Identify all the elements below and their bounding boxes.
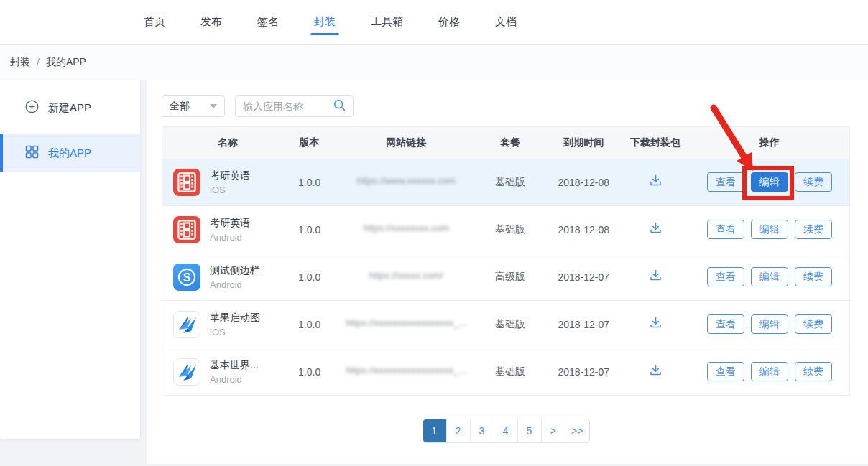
app-version: 1.0.0 — [281, 224, 338, 236]
sidebar-item-new-app[interactable]: 新建APP — [0, 89, 140, 126]
nav-tab-docs[interactable]: 文档 — [495, 0, 517, 44]
download-cell — [622, 316, 690, 332]
nav-tab-label: 首页 — [144, 15, 165, 29]
action-buttons: 查看编辑续费 — [689, 220, 849, 239]
search-icon[interactable] — [333, 99, 346, 114]
filter-dropdown[interactable]: 全部 — [162, 95, 225, 117]
search-box[interactable] — [235, 95, 354, 117]
nav-tab-publish[interactable]: 发布 — [200, 0, 222, 44]
app-platform: Android — [210, 279, 260, 290]
app-platform: Android — [210, 374, 259, 385]
page-button-3[interactable]: 3 — [471, 419, 494, 442]
app-name-cell: 基本世界...Android — [162, 358, 281, 386]
download-icon[interactable] — [649, 363, 662, 377]
table-row: S测试侧边栏Android1.0.0https://xxxxx.com/高级版2… — [162, 253, 849, 301]
expiry-date: 2018-12-07 — [546, 366, 622, 378]
film-icon-red — [173, 216, 200, 243]
actions-cell: 查看编辑续费 — [689, 172, 849, 192]
breadcrumb-item[interactable]: 封装 — [10, 56, 30, 69]
view-button[interactable]: 查看 — [707, 220, 744, 239]
actions-cell: 查看编辑续费 — [689, 314, 849, 334]
download-icon[interactable] — [649, 174, 662, 187]
view-button[interactable]: 查看 — [707, 267, 744, 286]
breadcrumb: 封装/我的APP — [0, 45, 868, 80]
column-header-label: 名称 — [218, 136, 238, 149]
edit-button[interactable]: 编辑 — [751, 314, 788, 334]
download-icon[interactable] — [649, 269, 662, 282]
expiry-date: 2018-12-07 — [546, 271, 622, 283]
app-name-cell: 考研英语iOS — [162, 169, 281, 196]
view-button[interactable]: 查看 — [707, 172, 744, 192]
renew-button[interactable]: 续费 — [795, 362, 832, 381]
page-button-5[interactable]: 5 — [518, 419, 542, 442]
origami-bird-icon — [173, 311, 200, 338]
view-button[interactable]: 查看 — [707, 362, 744, 381]
action-buttons: 查看编辑续费 — [689, 172, 849, 192]
nav-tab-label: 签名 — [257, 15, 279, 29]
page-button-4[interactable]: 4 — [494, 419, 518, 442]
app-plan: 基础版 — [474, 318, 546, 331]
sidebar-item-label: 新建APP — [48, 101, 91, 115]
column-header-actions: 操作 — [689, 136, 849, 149]
page-button-1[interactable]: 1 — [423, 419, 447, 442]
table-row: 考研英语Android1.0.0https://xxxxxxxx.com基础版2… — [162, 206, 849, 253]
expiry-date: 2018-12-07 — [546, 319, 622, 330]
nav-tab-label: 文档 — [495, 15, 517, 29]
renew-button[interactable]: 续费 — [795, 267, 832, 286]
view-button[interactable]: 查看 — [707, 314, 744, 334]
nav-tab-label: 封装 — [314, 15, 336, 29]
app-platform: Android — [210, 232, 250, 243]
download-cell — [622, 221, 690, 238]
edit-button[interactable]: 编辑 — [751, 220, 788, 239]
app-plan: 基础版 — [474, 176, 546, 189]
nav-tab-package[interactable]: 封装 — [314, 0, 336, 44]
search-input[interactable] — [243, 101, 329, 112]
nav-tab-home[interactable]: 首页 — [144, 0, 165, 44]
edit-button[interactable]: 编辑 — [751, 172, 788, 192]
page-button-2[interactable]: 2 — [447, 419, 471, 442]
column-header-label: 版本 — [300, 136, 320, 148]
sidebar-item-my-app[interactable]: 我的APP — [0, 134, 140, 172]
app-url-cell: https://www.xxxxxx.com — [338, 175, 475, 189]
app-plan: 基础版 — [474, 365, 546, 378]
nav-tab-label: 工具箱 — [371, 15, 403, 29]
action-buttons: 查看编辑续费 — [689, 314, 849, 334]
app-platform: iOS — [210, 185, 250, 195]
column-header-url: 网站链接 — [338, 136, 475, 149]
next-page-button[interactable]: > — [542, 419, 565, 442]
last-page-button[interactable]: >> — [565, 419, 589, 442]
filter-row: 全部 — [162, 95, 354, 117]
app-version: 1.0.0 — [281, 319, 338, 330]
action-buttons: 查看编辑续费 — [689, 362, 849, 381]
app-name: 测试侧边栏 — [210, 264, 260, 277]
app-name-cell: 苹果启动图iOS — [162, 311, 281, 338]
svg-text:S: S — [183, 271, 191, 283]
table-row: 苹果启动图iOS1.0.0https://xxxxxxxxxxxxxxxxx_.… — [162, 301, 849, 348]
edit-button[interactable]: 编辑 — [751, 362, 788, 381]
caret-down-icon — [210, 104, 217, 108]
nav-tab-toolbox[interactable]: 工具箱 — [371, 0, 403, 44]
app-name: 考研英语 — [210, 169, 250, 182]
renew-button[interactable]: 续费 — [795, 172, 832, 192]
nav-tab-signature[interactable]: 签名 — [257, 0, 279, 44]
column-header-label: 套餐 — [500, 136, 520, 148]
origami-bird-icon — [173, 358, 200, 386]
grid-icon — [25, 145, 39, 161]
app-version: 1.0.0 — [281, 271, 338, 283]
app-platform: iOS — [210, 327, 260, 337]
action-buttons: 查看编辑续费 — [689, 267, 849, 286]
column-header-label: 操作 — [760, 136, 780, 148]
breadcrumb-separator: / — [37, 57, 40, 68]
nav-tab-pricing[interactable]: 价格 — [438, 0, 460, 44]
renew-button[interactable]: 续费 — [795, 220, 832, 239]
download-icon[interactable] — [649, 316, 662, 330]
breadcrumb-item: 我的APP — [46, 56, 86, 69]
edit-button[interactable]: 编辑 — [751, 267, 788, 286]
download-cell — [622, 269, 690, 285]
column-header-expiry: 到期时间 — [546, 136, 622, 149]
active-tab-underline — [310, 33, 339, 35]
download-icon[interactable] — [649, 221, 662, 235]
renew-button[interactable]: 续费 — [795, 314, 832, 334]
pagination: 12345>>> — [162, 419, 850, 443]
column-header-name: 名称 — [162, 136, 281, 149]
